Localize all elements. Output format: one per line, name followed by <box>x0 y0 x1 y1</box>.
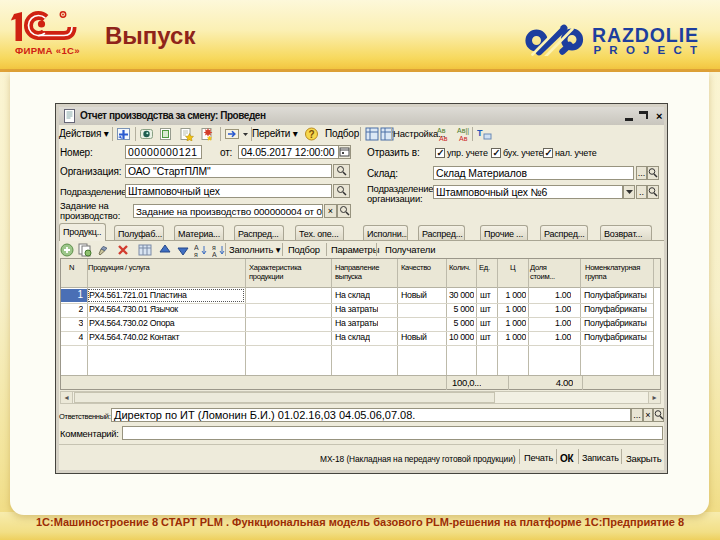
svg-text:?: ? <box>309 129 315 140</box>
svg-text:Т: Т <box>477 128 483 138</box>
svg-text:PROJECT: PROJECT <box>594 44 706 56</box>
svg-text:RAZDOLIE: RAZDOLIE <box>592 24 699 46</box>
svg-text:Ав: Ав <box>459 135 468 142</box>
svg-text:я: я <box>212 244 216 251</box>
svg-text:я: я <box>194 251 198 257</box>
svg-text:А: А <box>194 244 199 251</box>
svg-text:ФИРМА «1С»: ФИРМА «1С» <box>15 45 80 56</box>
svg-text:А: А <box>212 251 217 257</box>
svg-text:Ав: Ав <box>439 135 448 142</box>
svg-text:Ав: Ав <box>437 127 446 134</box>
